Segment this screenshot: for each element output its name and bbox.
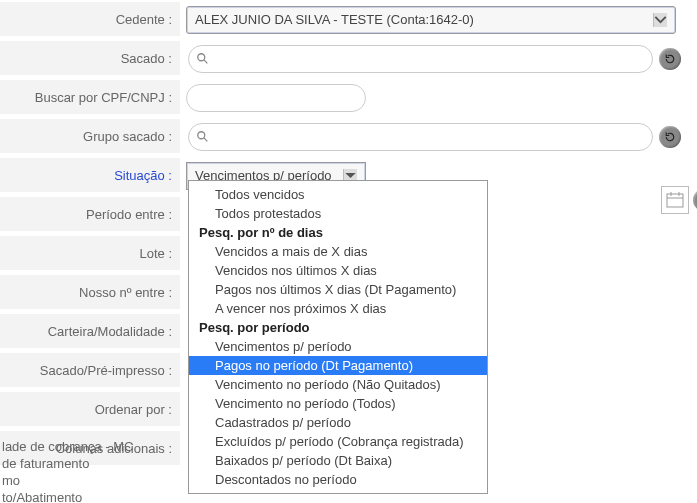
label-nosso-n: Nosso nº entre : xyxy=(0,275,180,310)
extras-line: lade de cobrança - MC xyxy=(2,438,134,455)
refresh-button[interactable] xyxy=(693,189,697,211)
label-cedente: Cedente : xyxy=(0,2,180,37)
label-situacao: Situação : xyxy=(0,158,180,193)
chevron-down-icon xyxy=(653,13,667,27)
extras-line: mo xyxy=(2,472,134,489)
extras-line: to/Abatimento xyxy=(2,489,134,503)
label-periodo: Período entre : xyxy=(0,197,180,232)
sacado-search-input[interactable] xyxy=(188,45,653,73)
cedente-select-value: ALEX JUNIO DA SILVA - TESTE (Conta:1642-… xyxy=(195,12,474,27)
dropdown-option[interactable]: Vencidos a mais de X dias xyxy=(189,242,487,261)
grupo-sacado-search-input[interactable] xyxy=(188,123,653,151)
dropdown-option[interactable]: Excluídos p/ período (Cobrança registrad… xyxy=(189,432,487,451)
label-sacado-pre: Sacado/Pré-impresso : xyxy=(0,353,180,388)
refresh-button[interactable] xyxy=(659,126,681,148)
dropdown-option[interactable]: Pagos nos últimos X dias (Dt Pagamento) xyxy=(189,280,487,299)
label-cpfcnpj: Buscar por CPF/CNPJ : xyxy=(0,80,180,115)
calendar-icon[interactable] xyxy=(661,186,689,214)
label-sacado: Sacado : xyxy=(0,41,180,76)
dropdown-option[interactable]: Todos protestados xyxy=(189,204,487,223)
extras-line: de faturamento xyxy=(2,455,134,472)
label-grupo-sacado: Grupo sacado : xyxy=(0,119,180,154)
refresh-button[interactable] xyxy=(659,48,681,70)
dropdown-group-header: Pesq. por período xyxy=(189,318,487,337)
dropdown-option[interactable]: A vencer nos próximos X dias xyxy=(189,299,487,318)
cpfcnpj-input[interactable] xyxy=(186,84,366,112)
label-carteira: Carteira/Modalidade : xyxy=(0,314,180,349)
dropdown-option[interactable]: Vencidos nos últimos X dias xyxy=(189,261,487,280)
dropdown-option[interactable]: Baixados p/ período (Dt Baixa) xyxy=(189,451,487,470)
dropdown-option[interactable]: Vencimentos p/ período xyxy=(189,337,487,356)
svg-rect-4 xyxy=(667,194,683,207)
dropdown-option[interactable]: Descontados no período xyxy=(189,470,487,489)
label-lote: Lote : xyxy=(0,236,180,271)
cedente-select[interactable]: ALEX JUNIO DA SILVA - TESTE (Conta:1642-… xyxy=(186,6,676,34)
dropdown-option[interactable]: Pagos no período (Dt Pagamento) xyxy=(189,356,487,375)
label-ordenar: Ordenar por : xyxy=(0,392,180,427)
dropdown-group-header: Pesq. por nº de dias xyxy=(189,223,487,242)
dropdown-option[interactable]: Cadastrados p/ período xyxy=(189,413,487,432)
dropdown-option[interactable]: Todos vencidos xyxy=(189,185,487,204)
colunas-spillover: lade de cobrança - MC de faturamento mo … xyxy=(0,438,134,503)
dropdown-option[interactable]: Vencimento no período (Não Quitados) xyxy=(189,375,487,394)
situacao-dropdown-list[interactable]: Todos vencidosTodos protestadosPesq. por… xyxy=(188,180,488,494)
dropdown-option[interactable]: Vencimento no período (Todos) xyxy=(189,394,487,413)
